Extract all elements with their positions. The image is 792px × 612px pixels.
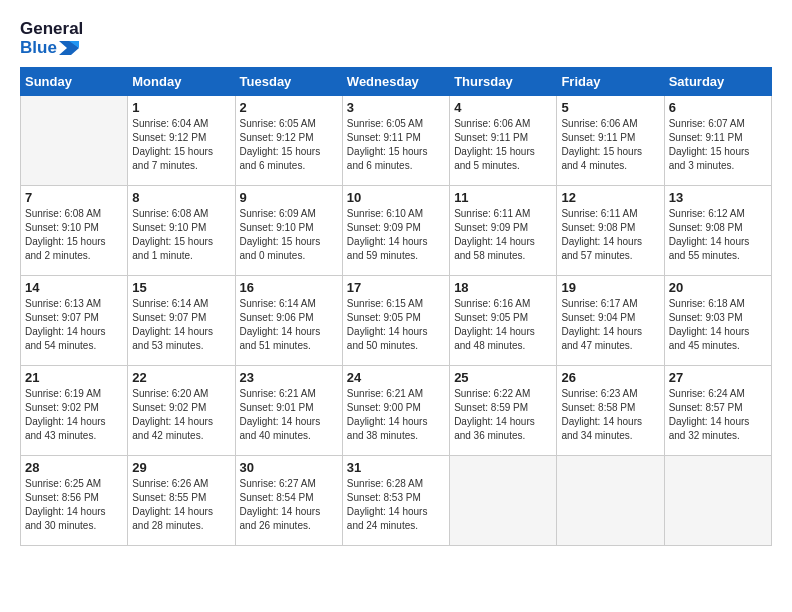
cell-details: Sunrise: 6:21 AM Sunset: 9:01 PM Dayligh… bbox=[240, 387, 338, 443]
calendar-cell: 9Sunrise: 6:09 AM Sunset: 9:10 PM Daylig… bbox=[235, 186, 342, 276]
cell-details: Sunrise: 6:26 AM Sunset: 8:55 PM Dayligh… bbox=[132, 477, 230, 533]
day-number: 25 bbox=[454, 370, 552, 385]
page-header: GeneralBlue bbox=[20, 20, 772, 57]
calendar-header-cell: Wednesday bbox=[342, 68, 449, 96]
cell-details: Sunrise: 6:15 AM Sunset: 9:05 PM Dayligh… bbox=[347, 297, 445, 353]
cell-details: Sunrise: 6:18 AM Sunset: 9:03 PM Dayligh… bbox=[669, 297, 767, 353]
day-number: 10 bbox=[347, 190, 445, 205]
calendar-table: SundayMondayTuesdayWednesdayThursdayFrid… bbox=[20, 67, 772, 546]
cell-details: Sunrise: 6:17 AM Sunset: 9:04 PM Dayligh… bbox=[561, 297, 659, 353]
calendar-week-row: 21Sunrise: 6:19 AM Sunset: 9:02 PM Dayli… bbox=[21, 366, 772, 456]
cell-details: Sunrise: 6:16 AM Sunset: 9:05 PM Dayligh… bbox=[454, 297, 552, 353]
day-number: 16 bbox=[240, 280, 338, 295]
calendar-cell: 2Sunrise: 6:05 AM Sunset: 9:12 PM Daylig… bbox=[235, 96, 342, 186]
calendar-cell: 30Sunrise: 6:27 AM Sunset: 8:54 PM Dayli… bbox=[235, 456, 342, 546]
day-number: 24 bbox=[347, 370, 445, 385]
calendar-cell: 14Sunrise: 6:13 AM Sunset: 9:07 PM Dayli… bbox=[21, 276, 128, 366]
calendar-cell: 25Sunrise: 6:22 AM Sunset: 8:59 PM Dayli… bbox=[450, 366, 557, 456]
calendar-cell: 20Sunrise: 6:18 AM Sunset: 9:03 PM Dayli… bbox=[664, 276, 771, 366]
day-number: 4 bbox=[454, 100, 552, 115]
cell-details: Sunrise: 6:27 AM Sunset: 8:54 PM Dayligh… bbox=[240, 477, 338, 533]
calendar-cell: 8Sunrise: 6:08 AM Sunset: 9:10 PM Daylig… bbox=[128, 186, 235, 276]
calendar-cell: 17Sunrise: 6:15 AM Sunset: 9:05 PM Dayli… bbox=[342, 276, 449, 366]
cell-details: Sunrise: 6:05 AM Sunset: 9:11 PM Dayligh… bbox=[347, 117, 445, 173]
day-number: 15 bbox=[132, 280, 230, 295]
calendar-cell: 3Sunrise: 6:05 AM Sunset: 9:11 PM Daylig… bbox=[342, 96, 449, 186]
calendar-cell: 6Sunrise: 6:07 AM Sunset: 9:11 PM Daylig… bbox=[664, 96, 771, 186]
cell-details: Sunrise: 6:14 AM Sunset: 9:07 PM Dayligh… bbox=[132, 297, 230, 353]
cell-details: Sunrise: 6:06 AM Sunset: 9:11 PM Dayligh… bbox=[561, 117, 659, 173]
cell-details: Sunrise: 6:08 AM Sunset: 9:10 PM Dayligh… bbox=[25, 207, 123, 263]
cell-details: Sunrise: 6:12 AM Sunset: 9:08 PM Dayligh… bbox=[669, 207, 767, 263]
day-number: 22 bbox=[132, 370, 230, 385]
cell-details: Sunrise: 6:13 AM Sunset: 9:07 PM Dayligh… bbox=[25, 297, 123, 353]
day-number: 31 bbox=[347, 460, 445, 475]
calendar-cell: 13Sunrise: 6:12 AM Sunset: 9:08 PM Dayli… bbox=[664, 186, 771, 276]
calendar-cell: 18Sunrise: 6:16 AM Sunset: 9:05 PM Dayli… bbox=[450, 276, 557, 366]
day-number: 30 bbox=[240, 460, 338, 475]
cell-details: Sunrise: 6:23 AM Sunset: 8:58 PM Dayligh… bbox=[561, 387, 659, 443]
day-number: 21 bbox=[25, 370, 123, 385]
calendar-cell: 4Sunrise: 6:06 AM Sunset: 9:11 PM Daylig… bbox=[450, 96, 557, 186]
day-number: 1 bbox=[132, 100, 230, 115]
day-number: 19 bbox=[561, 280, 659, 295]
calendar-header-cell: Friday bbox=[557, 68, 664, 96]
logo: GeneralBlue bbox=[20, 20, 83, 57]
day-number: 12 bbox=[561, 190, 659, 205]
calendar-cell: 22Sunrise: 6:20 AM Sunset: 9:02 PM Dayli… bbox=[128, 366, 235, 456]
day-number: 7 bbox=[25, 190, 123, 205]
calendar-header-cell: Monday bbox=[128, 68, 235, 96]
cell-details: Sunrise: 6:21 AM Sunset: 9:00 PM Dayligh… bbox=[347, 387, 445, 443]
cell-details: Sunrise: 6:06 AM Sunset: 9:11 PM Dayligh… bbox=[454, 117, 552, 173]
calendar-cell bbox=[21, 96, 128, 186]
calendar-week-row: 28Sunrise: 6:25 AM Sunset: 8:56 PM Dayli… bbox=[21, 456, 772, 546]
cell-details: Sunrise: 6:11 AM Sunset: 9:08 PM Dayligh… bbox=[561, 207, 659, 263]
calendar-cell: 21Sunrise: 6:19 AM Sunset: 9:02 PM Dayli… bbox=[21, 366, 128, 456]
day-number: 23 bbox=[240, 370, 338, 385]
calendar-cell: 16Sunrise: 6:14 AM Sunset: 9:06 PM Dayli… bbox=[235, 276, 342, 366]
day-number: 2 bbox=[240, 100, 338, 115]
calendar-header-row: SundayMondayTuesdayWednesdayThursdayFrid… bbox=[21, 68, 772, 96]
calendar-cell: 23Sunrise: 6:21 AM Sunset: 9:01 PM Dayli… bbox=[235, 366, 342, 456]
day-number: 26 bbox=[561, 370, 659, 385]
day-number: 9 bbox=[240, 190, 338, 205]
calendar-cell: 27Sunrise: 6:24 AM Sunset: 8:57 PM Dayli… bbox=[664, 366, 771, 456]
calendar-week-row: 7Sunrise: 6:08 AM Sunset: 9:10 PM Daylig… bbox=[21, 186, 772, 276]
cell-details: Sunrise: 6:05 AM Sunset: 9:12 PM Dayligh… bbox=[240, 117, 338, 173]
day-number: 3 bbox=[347, 100, 445, 115]
calendar-cell bbox=[664, 456, 771, 546]
cell-details: Sunrise: 6:14 AM Sunset: 9:06 PM Dayligh… bbox=[240, 297, 338, 353]
calendar-cell: 26Sunrise: 6:23 AM Sunset: 8:58 PM Dayli… bbox=[557, 366, 664, 456]
day-number: 13 bbox=[669, 190, 767, 205]
cell-details: Sunrise: 6:07 AM Sunset: 9:11 PM Dayligh… bbox=[669, 117, 767, 173]
day-number: 14 bbox=[25, 280, 123, 295]
calendar-header-cell: Tuesday bbox=[235, 68, 342, 96]
cell-details: Sunrise: 6:09 AM Sunset: 9:10 PM Dayligh… bbox=[240, 207, 338, 263]
day-number: 20 bbox=[669, 280, 767, 295]
cell-details: Sunrise: 6:25 AM Sunset: 8:56 PM Dayligh… bbox=[25, 477, 123, 533]
calendar-cell: 5Sunrise: 6:06 AM Sunset: 9:11 PM Daylig… bbox=[557, 96, 664, 186]
day-number: 28 bbox=[25, 460, 123, 475]
cell-details: Sunrise: 6:28 AM Sunset: 8:53 PM Dayligh… bbox=[347, 477, 445, 533]
day-number: 29 bbox=[132, 460, 230, 475]
calendar-cell: 10Sunrise: 6:10 AM Sunset: 9:09 PM Dayli… bbox=[342, 186, 449, 276]
calendar-cell: 29Sunrise: 6:26 AM Sunset: 8:55 PM Dayli… bbox=[128, 456, 235, 546]
calendar-week-row: 14Sunrise: 6:13 AM Sunset: 9:07 PM Dayli… bbox=[21, 276, 772, 366]
calendar-cell: 28Sunrise: 6:25 AM Sunset: 8:56 PM Dayli… bbox=[21, 456, 128, 546]
day-number: 27 bbox=[669, 370, 767, 385]
day-number: 6 bbox=[669, 100, 767, 115]
day-number: 11 bbox=[454, 190, 552, 205]
logo-general-text: General bbox=[20, 20, 83, 39]
calendar-cell: 1Sunrise: 6:04 AM Sunset: 9:12 PM Daylig… bbox=[128, 96, 235, 186]
calendar-cell: 31Sunrise: 6:28 AM Sunset: 8:53 PM Dayli… bbox=[342, 456, 449, 546]
cell-details: Sunrise: 6:10 AM Sunset: 9:09 PM Dayligh… bbox=[347, 207, 445, 263]
calendar-cell: 7Sunrise: 6:08 AM Sunset: 9:10 PM Daylig… bbox=[21, 186, 128, 276]
calendar-cell bbox=[450, 456, 557, 546]
calendar-cell: 15Sunrise: 6:14 AM Sunset: 9:07 PM Dayli… bbox=[128, 276, 235, 366]
calendar-week-row: 1Sunrise: 6:04 AM Sunset: 9:12 PM Daylig… bbox=[21, 96, 772, 186]
calendar-header-cell: Saturday bbox=[664, 68, 771, 96]
day-number: 8 bbox=[132, 190, 230, 205]
cell-details: Sunrise: 6:22 AM Sunset: 8:59 PM Dayligh… bbox=[454, 387, 552, 443]
calendar-cell: 24Sunrise: 6:21 AM Sunset: 9:00 PM Dayli… bbox=[342, 366, 449, 456]
cell-details: Sunrise: 6:24 AM Sunset: 8:57 PM Dayligh… bbox=[669, 387, 767, 443]
